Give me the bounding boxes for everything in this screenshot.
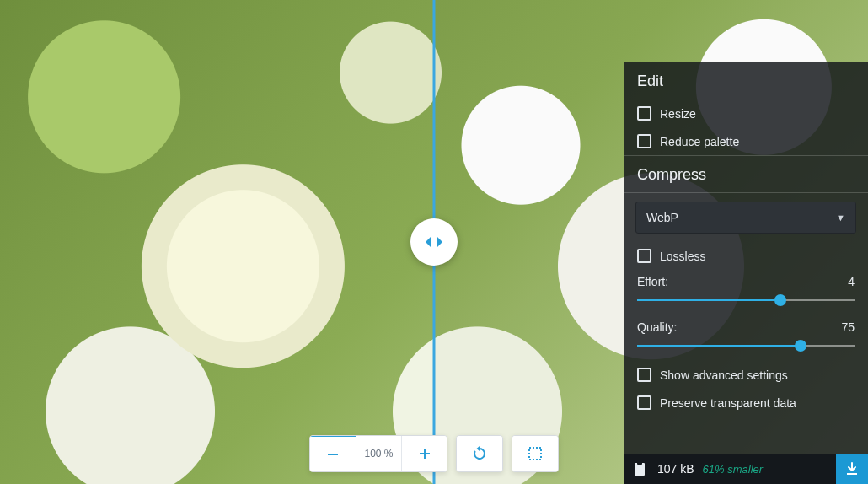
compress-section-title: Compress xyxy=(624,155,868,193)
effort-label: Effort: xyxy=(637,275,668,288)
slider-thumb[interactable] xyxy=(795,340,806,352)
lossless-label: Lossless xyxy=(660,250,855,263)
edit-section-title: Edit xyxy=(624,62,868,99)
slider-thumb[interactable] xyxy=(774,294,786,306)
preserve-transparent-row[interactable]: Preserve transparent data xyxy=(624,389,868,417)
svg-rect-0 xyxy=(328,454,338,455)
rotate-group xyxy=(456,435,503,472)
settings-panel: Edit Resize Reduce palette Compress WebP… xyxy=(624,62,868,484)
effort-slider[interactable] xyxy=(637,293,855,307)
svg-rect-3 xyxy=(529,448,541,460)
background-icon xyxy=(528,446,543,461)
plus-icon xyxy=(418,447,431,460)
advanced-label: Show advanced settings xyxy=(660,368,855,382)
background-toggle-button[interactable] xyxy=(512,436,558,471)
reduce-palette-checkbox[interactable] xyxy=(637,134,651,148)
output-delta: 61% smaller xyxy=(703,463,764,476)
svg-rect-2 xyxy=(424,449,426,459)
effort-value: 4 xyxy=(848,275,855,288)
effort-slider-block: Effort: 4 xyxy=(624,270,868,315)
output-size: 107 kB xyxy=(657,462,694,476)
zoom-level: 100 % xyxy=(356,436,401,471)
reduce-palette-label: Reduce palette xyxy=(660,135,855,148)
quality-slider[interactable] xyxy=(637,339,855,352)
resize-label: Resize xyxy=(660,107,855,121)
minus-icon xyxy=(326,448,340,461)
copy-button[interactable] xyxy=(624,454,656,484)
svg-rect-5 xyxy=(637,461,642,465)
settings-scroll[interactable]: Edit Resize Reduce palette Compress WebP… xyxy=(624,62,868,454)
lossless-row[interactable]: Lossless xyxy=(624,242,868,270)
quality-label: Quality: xyxy=(637,320,677,334)
clipboard-icon xyxy=(633,461,646,476)
slider-fill xyxy=(637,345,801,347)
chevron-down-icon: ▼ xyxy=(836,212,845,223)
preserve-transparent-label: Preserve transparent data xyxy=(660,396,855,410)
rotate-button[interactable] xyxy=(457,436,502,471)
format-select[interactable]: WebP ▼ xyxy=(635,202,856,234)
quality-value: 75 xyxy=(841,320,855,334)
caret-right-icon xyxy=(435,234,445,250)
reduce-palette-row[interactable]: Reduce palette xyxy=(624,127,868,155)
resize-row[interactable]: Resize xyxy=(624,99,868,127)
svg-rect-6 xyxy=(847,473,857,475)
quality-slider-block: Quality: 75 xyxy=(624,315,868,361)
slider-fill xyxy=(637,299,780,301)
download-button[interactable] xyxy=(836,454,868,484)
compare-handle[interactable] xyxy=(410,218,458,266)
zoom-out-button[interactable] xyxy=(310,435,356,471)
zoom-toolbar: 100 % xyxy=(309,435,559,472)
zoom-group: 100 % xyxy=(309,435,447,472)
advanced-checkbox[interactable] xyxy=(637,368,651,382)
svg-rect-4 xyxy=(635,463,645,476)
rotate-icon xyxy=(472,446,487,461)
panel-footer: 107 kB 61% smaller xyxy=(624,454,868,484)
caret-left-icon xyxy=(423,234,433,250)
preserve-transparent-checkbox[interactable] xyxy=(637,395,651,410)
download-icon xyxy=(844,461,860,476)
compare-viewport: 100 % Edit Resize Reduce palet xyxy=(0,0,868,484)
flip-group xyxy=(512,435,559,472)
resize-checkbox[interactable] xyxy=(637,106,651,121)
lossless-checkbox[interactable] xyxy=(637,249,651,263)
advanced-row[interactable]: Show advanced settings xyxy=(624,361,868,389)
format-selected-value: WebP xyxy=(646,211,678,224)
zoom-in-button[interactable] xyxy=(401,436,447,471)
